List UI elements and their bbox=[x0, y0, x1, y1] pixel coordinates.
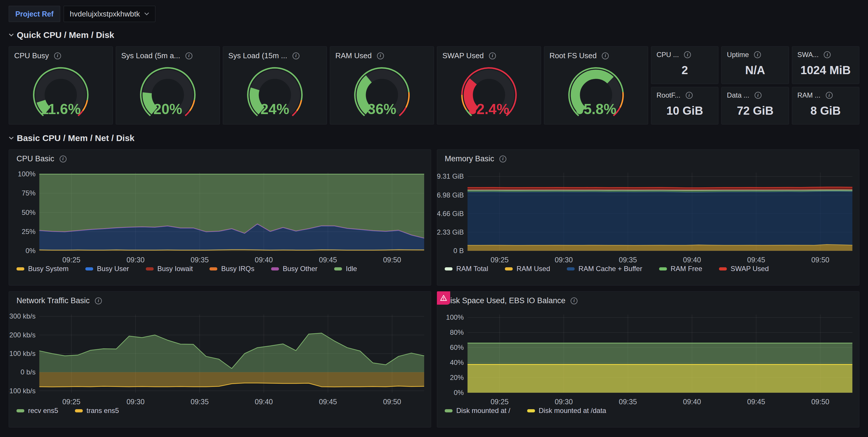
section-title: Basic CPU / Mem / Net / Disk bbox=[17, 133, 134, 144]
legend-chip-icon bbox=[271, 267, 279, 270]
svg-text:09:35: 09:35 bbox=[191, 256, 209, 264]
legend-chip-icon bbox=[659, 267, 667, 270]
info-icon[interactable]: i bbox=[499, 155, 506, 163]
variable-dropdown[interactable]: hvdelujxlxstpxkhwbtk bbox=[64, 6, 155, 22]
info-icon[interactable]: i bbox=[602, 52, 609, 59]
svg-text:09:25: 09:25 bbox=[490, 398, 508, 406]
svg-text:25%: 25% bbox=[22, 228, 36, 235]
svg-text:09:45: 09:45 bbox=[319, 398, 337, 406]
svg-text:09:45: 09:45 bbox=[319, 256, 337, 264]
legend-item-busy-user[interactable]: Busy User bbox=[85, 265, 129, 273]
stat-value: 8 GiB bbox=[792, 99, 859, 124]
info-icon[interactable]: i bbox=[54, 52, 61, 59]
stat-panel-cpu: CPU ...i2 bbox=[651, 46, 718, 84]
charts-row-1: CPU Basici0%25%50%75%100%09:2509:3009:35… bbox=[9, 149, 859, 286]
legend-label: Disk mounted at / bbox=[456, 407, 510, 415]
info-icon[interactable]: i bbox=[489, 52, 496, 59]
legend-chip-icon bbox=[527, 409, 535, 412]
svg-text:09:50: 09:50 bbox=[811, 398, 829, 406]
legend-chip-icon bbox=[719, 267, 727, 270]
svg-text:09:30: 09:30 bbox=[555, 398, 572, 406]
gauge-panel-sys-load-5m-a: Sys Load (5m a...i20% bbox=[116, 46, 220, 124]
info-icon[interactable]: i bbox=[95, 297, 102, 304]
legend-item-disk-mounted-at-data[interactable]: Disk mounted at /data bbox=[527, 407, 606, 415]
alert-icon[interactable] bbox=[437, 291, 450, 305]
svg-text:09:45: 09:45 bbox=[747, 256, 765, 264]
svg-text:09:30: 09:30 bbox=[555, 256, 572, 264]
panel-title: RAM ... bbox=[797, 91, 820, 99]
warning-triangle-icon bbox=[440, 294, 447, 302]
legend: Disk mounted at /Disk mounted at /data bbox=[437, 407, 859, 415]
gauge-panel-cpu-busy: CPU Busyi11.6% bbox=[9, 46, 113, 124]
legend-item-ram-cache-buffer[interactable]: RAM Cache + Buffer bbox=[567, 265, 642, 273]
legend-label: Disk mounted at /data bbox=[539, 407, 606, 415]
legend-item-recv-ens5[interactable]: recv ens5 bbox=[17, 407, 58, 415]
legend-item-swap-used[interactable]: SWAP Used bbox=[719, 265, 769, 273]
svg-text:40%: 40% bbox=[450, 358, 464, 366]
info-icon[interactable]: i bbox=[185, 52, 192, 59]
panel-title: Memory Basic bbox=[445, 154, 494, 163]
legend-item-busy-irqs[interactable]: Busy IRQs bbox=[210, 265, 254, 273]
variable-value: hvdelujxlxstpxkhwbtk bbox=[70, 9, 140, 19]
svg-text:0%: 0% bbox=[26, 247, 36, 255]
legend-chip-icon bbox=[445, 409, 453, 412]
stat-panel-uptime: UptimeiN/A bbox=[721, 46, 789, 84]
info-icon[interactable]: i bbox=[686, 92, 693, 99]
gauge-root-fs-used: 65.8% bbox=[544, 60, 648, 122]
svg-text:100 kb/s: 100 kb/s bbox=[9, 350, 36, 357]
stat-value: 1024 MiB bbox=[792, 59, 859, 84]
panel-title: Uptime bbox=[727, 51, 749, 59]
stat-value: 72 GiB bbox=[722, 99, 788, 124]
legend-item-busy-other[interactable]: Busy Other bbox=[271, 265, 317, 273]
legend-item-disk-mounted-at[interactable]: Disk mounted at / bbox=[445, 407, 510, 415]
legend-item-ram-free[interactable]: RAM Free bbox=[659, 265, 702, 273]
legend-label: Busy System bbox=[28, 265, 69, 273]
legend-label: RAM Free bbox=[671, 265, 702, 273]
stat-panel-data: Data ...i72 GiB bbox=[721, 87, 789, 124]
legend-item-busy-system[interactable]: Busy System bbox=[17, 265, 69, 273]
svg-text:09:50: 09:50 bbox=[383, 256, 401, 264]
section-quick-cpu-mem-disk[interactable]: Quick CPU / Mem / Disk bbox=[9, 30, 859, 40]
info-icon[interactable]: i bbox=[292, 52, 300, 59]
gauge-sys-load-15m: 24% bbox=[223, 60, 327, 122]
panel-title: Sys Load (5m a... bbox=[121, 51, 180, 60]
legend-item-ram-used[interactable]: RAM Used bbox=[505, 265, 550, 273]
legend-item-ram-total[interactable]: RAM Total bbox=[445, 265, 488, 273]
panel-title: RootF... bbox=[656, 91, 681, 99]
info-icon[interactable]: i bbox=[684, 51, 691, 58]
panel-title: CPU ... bbox=[656, 51, 679, 59]
chart-panel-network-traffic-basic: Network Traffic Basici-100 kb/s0 b/s100 … bbox=[9, 291, 431, 428]
legend-label: recv ens5 bbox=[28, 407, 58, 415]
svg-text:09:35: 09:35 bbox=[619, 398, 637, 406]
stat-panel-ram: RAM ...i8 GiB bbox=[792, 87, 859, 124]
stat-value: 10 GiB bbox=[651, 99, 718, 124]
stat-value: 2 bbox=[651, 59, 718, 84]
legend-label: Busy Iowait bbox=[157, 265, 193, 273]
section-basic-cpu-mem-net-disk[interactable]: Basic CPU / Mem / Net / Disk bbox=[9, 133, 859, 144]
chart-panel-memory-basic: Memory Basici0 B2.33 GiB4.66 GiB6.98 GiB… bbox=[437, 149, 859, 286]
panel-title: RAM Used bbox=[335, 51, 372, 60]
legend-item-busy-iowait[interactable]: Busy Iowait bbox=[146, 265, 193, 273]
legend-item-idle[interactable]: Idle bbox=[334, 265, 357, 273]
gauge-cpu-busy: 11.6% bbox=[9, 60, 113, 122]
info-icon[interactable]: i bbox=[570, 297, 578, 304]
legend-item-trans-ens5[interactable]: trans ens5 bbox=[75, 407, 119, 415]
chart-cpu-basic: 0%25%50%75%100%09:2509:3009:3509:4009:45… bbox=[9, 164, 431, 264]
info-icon[interactable]: i bbox=[754, 92, 762, 99]
info-icon[interactable]: i bbox=[826, 92, 833, 99]
svg-text:200 kb/s: 200 kb/s bbox=[9, 331, 36, 339]
svg-text:09:40: 09:40 bbox=[255, 256, 273, 264]
legend-chip-icon bbox=[334, 267, 342, 270]
legend-chip-icon bbox=[17, 409, 24, 412]
legend: recv ens5trans ens5 bbox=[9, 407, 431, 415]
info-icon[interactable]: i bbox=[377, 52, 384, 59]
svg-text:4.66 GiB: 4.66 GiB bbox=[437, 210, 464, 217]
svg-text:50%: 50% bbox=[22, 208, 36, 216]
stat-value: N/A bbox=[722, 59, 788, 84]
info-icon[interactable]: i bbox=[754, 51, 761, 58]
panel-title: Data ... bbox=[727, 91, 749, 99]
svg-text:60%: 60% bbox=[450, 344, 464, 351]
info-icon[interactable]: i bbox=[60, 155, 66, 163]
info-icon[interactable]: i bbox=[824, 51, 831, 58]
svg-text:6.98 GiB: 6.98 GiB bbox=[437, 191, 464, 199]
